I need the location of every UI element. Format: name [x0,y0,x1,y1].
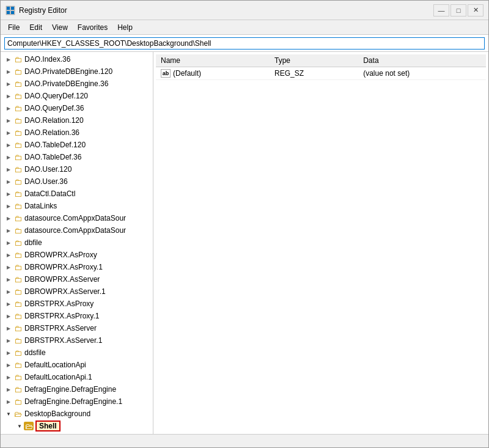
tree-item-dao-index36[interactable]: ▶ 🗀 DAO.Index.36 [1,53,153,65]
tree-item-datalinks[interactable]: ▶ 🗀 DataLinks [1,200,153,212]
folder-icon: 🗀 [13,385,23,394]
tree-item-datasource2[interactable]: ▶ 🗀 datasource.ComAppxDataSour [1,224,153,237]
tree-item-dao-privatedbengine36[interactable]: ▶ 🗀 DAO.PrivateDBEngine.36 [1,78,153,90]
tree-item-dao-user36[interactable]: ▶ 🗀 DAO.User.36 [1,175,153,188]
tree-item-datasource1[interactable]: ▶ 🗀 datasource.ComAppxDataSour [1,212,153,224]
folder-icon: 🗀 [13,312,23,320]
tree-label: datasource.ComAppxDataSour [24,214,126,222]
tree-item-dao-tabledef36[interactable]: ▶ 🗀 DAO.TableDef.36 [1,151,153,163]
app-icon [6,6,15,15]
folder-icon: 🗀 [13,202,23,210]
tree-label: DefragEngine.DefragEngine [24,385,116,394]
tree-arrow: ▶ [4,361,13,369]
tree-arrow: ▶ [4,287,13,296]
tree-item-dbrowprx-asserver[interactable]: ▶ 🗀 DBROWPRX.AsServer [1,273,153,285]
tree-item-dbrstprx-asproxy[interactable]: ▶ 🗀 DBRSTPRX.AsProxy [1,298,153,310]
menu-file[interactable]: File [3,22,24,33]
tree-item-dbrstprx-asserver1[interactable]: ▶ 🗀 DBRSTPRX.AsServer.1 [1,334,153,347]
svg-rect-3 [7,11,10,14]
folder-icon: 🗀 [13,79,23,88]
minimize-button[interactable]: — [433,4,449,17]
table-row[interactable]: ab (Default) REG_SZ (value not set) [156,67,486,80]
tree-item-dbrowprx-asproxy1[interactable]: ▶ 🗀 DBROWPRX.AsProxy.1 [1,261,153,273]
address-bar [1,35,488,52]
tree-label: DAO.PrivateDBEngine.120 [24,67,112,76]
svg-rect-1 [7,7,10,10]
tree-item-dbfile[interactable]: ▶ 🗀 dbfile [1,237,153,249]
folder-icon: 🗀 [13,104,23,112]
folder-icon: 🗀 [13,128,23,137]
folder-icon: 🗀 [13,336,23,345]
folder-icon: 🗀 [13,226,23,235]
tree-item-dao-user120[interactable]: ▶ 🗀 DAO.User.120 [1,163,153,175]
tree-label: DBRSTPRX.AsProxy.1 [24,312,99,320]
folder-icon: 🗀 [13,361,23,369]
tree-arrow: ▼ [4,409,13,418]
tree-label: DBRSTPRX.AsServer [24,324,97,332]
folder-icon: 🗀 [13,287,23,296]
tree-item-defragengine1[interactable]: ▶ 🗀 DefragEngine.DefragEngine.1 [1,395,153,408]
tree-arrow: ▶ [4,385,13,394]
content-area: ▶ 🗀 DAO.Index.36 ▶ 🗀 DAO.PrivateDBEngine… [1,52,488,434]
folder-icon: 🗀 [13,373,23,381]
tree-arrow: ▶ [4,116,13,125]
tree-item-desktopbackground[interactable]: ▼ 🗁 DesktopBackground [1,408,153,420]
cell-data: (value not set) [358,67,486,80]
status-bar [1,434,488,447]
tree-label: DAO.TableDef.120 [24,141,86,149]
folder-icon: 🗀 [13,238,23,247]
col-type[interactable]: Type [270,54,358,67]
tree-label: DBRSTPRX.AsServer.1 [24,336,102,345]
menu-edit[interactable]: Edit [24,22,47,33]
tree-item-dbrowprx-asserver1[interactable]: ▶ 🗀 DBROWPRX.AsServer.1 [1,285,153,298]
col-name[interactable]: Name [156,54,270,67]
tree-item-datactl[interactable]: ▶ 🗀 DataCtl.DataCtl [1,188,153,200]
tree-arrow: ▶ [4,177,13,186]
tree-arrow: ▶ [4,202,13,210]
tree-item-dao-relation120[interactable]: ▶ 🗀 DAO.Relation.120 [1,114,153,127]
tree-item-dao-privatedbengine120[interactable]: ▶ 🗀 DAO.PrivateDBEngine.120 [1,65,153,78]
registry-editor-window: Registry Editor — □ ✕ File Edit View Fav… [0,0,489,448]
tree-arrow: ▶ [4,226,13,235]
tree-item-defaultlocationapi1[interactable]: ▶ 🗀 DefaultLocationApi.1 [1,371,153,383]
menu-favorites[interactable]: Favorites [73,22,112,33]
tree-arrow: ▶ [4,324,13,332]
menu-help[interactable]: Help [112,22,138,33]
tree-item-defaultlocationapi[interactable]: ▶ 🗀 DefaultLocationApi [1,359,153,371]
restore-button[interactable]: □ [450,4,466,17]
folder-icon: 🗀 [13,55,23,64]
ab-icon: ab [161,69,171,78]
tree-label: DefragEngine.DefragEngine.1 [24,397,122,406]
tree-item-defragengine[interactable]: ▶ 🗀 DefragEngine.DefragEngine [1,383,153,395]
folder-icon: 🗀 [13,299,23,308]
folder-icon: 🗀 [13,189,23,198]
tree-arrow: ▶ [4,238,13,247]
tree-label: datasource.ComAppxDataSour [24,226,126,235]
col-data[interactable]: Data [358,54,486,67]
tree-item-dao-tabledef120[interactable]: ▶ 🗀 DAO.TableDef.120 [1,139,153,151]
folder-icon: 🗀 [13,153,23,161]
tree-label: DAO.QueryDef.36 [24,104,84,112]
tree-label: DefaultLocationApi [24,361,86,369]
address-input[interactable] [4,37,485,50]
tree-item-dbrstprx-asserver[interactable]: ▶ 🗀 DBRSTPRX.AsServer [1,322,153,334]
tree-label: DBROWPRX.AsServer [24,275,100,284]
tree-item-dao-querydef36[interactable]: ▶ 🗀 DAO.QueryDef.36 [1,102,153,114]
tree-label: DBRSTPRX.AsProxy [24,299,94,308]
close-button[interactable]: ✕ [468,4,483,17]
tree-arrow: ▶ [4,397,13,406]
tree-arrow: ▶ [4,55,13,64]
tree-label: DataLinks [24,202,57,210]
tree-label: ddsfile [24,348,46,357]
tree-item-shell[interactable]: ▼ 🗁 Shell [1,420,153,432]
tree-item-dao-relation36[interactable]: ▶ 🗀 DAO.Relation.36 [1,127,153,139]
tree-label: dbfile [24,238,42,247]
folder-icon: 🗀 [13,116,23,125]
folder-icon: 🗀 [13,275,23,284]
tree-panel[interactable]: ▶ 🗀 DAO.Index.36 ▶ 🗀 DAO.PrivateDBEngine… [1,52,153,434]
menu-view[interactable]: View [47,22,73,33]
tree-item-ddsfile[interactable]: ▶ 🗀 ddsfile [1,347,153,359]
tree-item-dao-querydef120[interactable]: ▶ 🗀 DAO.QueryDef.120 [1,90,153,102]
tree-item-dbrowprx-asproxy[interactable]: ▶ 🗀 DBROWPRX.AsProxy [1,249,153,261]
tree-item-dbrstprx-asproxy1[interactable]: ▶ 🗀 DBRSTPRX.AsProxy.1 [1,310,153,322]
